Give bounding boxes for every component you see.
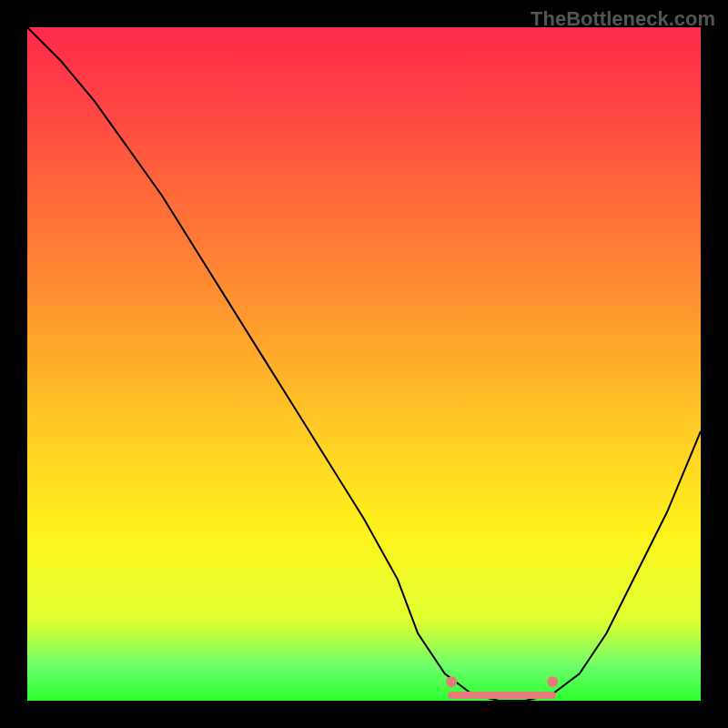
- optimal-marker-left: [446, 676, 457, 687]
- bottleneck-curve: [27, 27, 701, 701]
- watermark-text: TheBottleneck.com: [531, 7, 715, 31]
- optimal-marker-right: [547, 676, 558, 687]
- chart-container: TheBottleneck.com: [0, 0, 728, 728]
- curve-svg: [27, 27, 701, 701]
- plot-area: [27, 27, 701, 701]
